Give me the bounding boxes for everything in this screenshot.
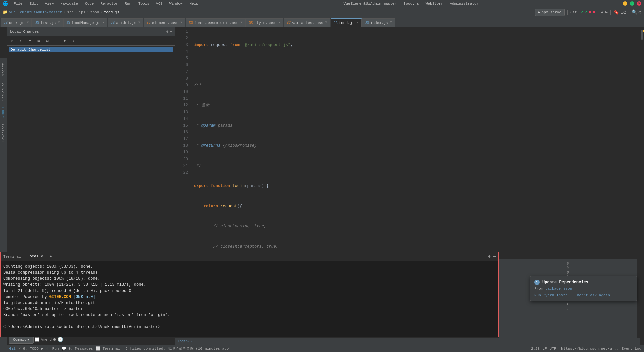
- expand-btn[interactable]: ⊞: [35, 37, 42, 45]
- terminal-content[interactable]: Counting objects: 100% (33/33), done. De…: [1, 261, 498, 337]
- commit-settings-icon[interactable]: ⚙: [53, 337, 56, 342]
- star-icon[interactable]: ★: [566, 302, 570, 306]
- tab-list-js[interactable]: JS list.js ×: [32, 18, 63, 27]
- menu-code[interactable]: Code: [84, 2, 95, 6]
- terminal-tab-local[interactable]: Local ×: [24, 253, 45, 260]
- add-btn[interactable]: +: [26, 37, 34, 45]
- event-log[interactable]: Event Log: [622, 347, 641, 351]
- code-line-8: export function login(params) {: [194, 184, 269, 188]
- dont-ask-btn[interactable]: Don't ask again: [577, 293, 610, 297]
- menu-window[interactable]: Window: [168, 2, 184, 6]
- amend-checkbox[interactable]: [35, 337, 39, 342]
- tab-close-fa[interactable]: ×: [240, 21, 243, 25]
- git-checkmark-icon[interactable]: ✓: [580, 9, 583, 15]
- search-icon[interactable]: 🔍: [632, 9, 637, 15]
- menu-file[interactable]: File: [12, 2, 24, 6]
- line-num-5: 5: [176, 55, 188, 62]
- tab-user-js[interactable]: JS user.js ×: [1, 18, 32, 27]
- tab-close-foodmanage[interactable]: ×: [102, 21, 104, 25]
- charset[interactable]: UTF-: [550, 347, 558, 351]
- git-x2-icon[interactable]: ■: [592, 10, 595, 15]
- sidebar-item-structure[interactable]: Structure: [1, 81, 6, 103]
- package-json-link[interactable]: package.json: [545, 287, 572, 291]
- tab-close-index[interactable]: ×: [390, 21, 392, 25]
- minimize-panel-icon[interactable]: —: [170, 29, 172, 34]
- group-by-btn[interactable]: ⬚: [52, 37, 60, 45]
- terminal-status[interactable]: ⬜ Terminal: [96, 346, 120, 351]
- js-icon: JS: [66, 21, 70, 25]
- run-status[interactable]: ▶ 4: Run: [41, 346, 59, 351]
- npm-serve-btn[interactable]: ▶ npm serve: [535, 9, 565, 16]
- changelist-header[interactable]: Default Changelist: [9, 47, 173, 52]
- tab-apiurl-js[interactable]: JS apiUrl.js ×: [108, 18, 143, 27]
- tab-foodmanage-js[interactable]: JS foodManage.js ×: [63, 18, 108, 27]
- cursor-position[interactable]: 2:28: [531, 347, 540, 351]
- settings-icon[interactable]: ⚙: [166, 29, 169, 34]
- terminal-line-6: remote: Powered by GITEE.COM [GNK-5.0]: [3, 294, 496, 300]
- tab-food-js[interactable]: JS food.js ×: [331, 18, 362, 27]
- undo-icon[interactable]: ↩: [601, 9, 603, 15]
- notif-header: i Update Dependencies: [534, 280, 633, 285]
- terminal-line-9: Branch 'master' set up to track remote b…: [3, 312, 496, 318]
- collapse-btn[interactable]: ⊟: [44, 37, 51, 45]
- line-num-4: 4: [176, 48, 188, 55]
- menu-vcs[interactable]: VCS: [155, 2, 164, 6]
- menu-run[interactable]: Run: [123, 2, 133, 6]
- yarn-install-btn[interactable]: Run 'yarn install': [534, 293, 574, 297]
- gitee-link[interactable]: GITEE.COM: [49, 295, 71, 299]
- project-root: VueElementUiAdmin-master: [9, 10, 62, 14]
- maximize-button[interactable]: □: [630, 1, 634, 6]
- menu-view[interactable]: View: [44, 2, 55, 6]
- sidebar-item-project[interactable]: Project: [1, 61, 6, 79]
- sidebar-item-commit[interactable]: Commit: [1, 104, 6, 120]
- commit-history-icon[interactable]: 🕐: [57, 337, 63, 342]
- editor-scrollbar[interactable]: [640, 27, 644, 345]
- tab-close-apiurl[interactable]: ×: [138, 21, 140, 25]
- close-button[interactable]: ✕: [637, 1, 641, 6]
- tab-close-style[interactable]: ×: [278, 21, 280, 25]
- minimize-button[interactable]: –: [623, 1, 627, 6]
- menu-tools[interactable]: Tools: [137, 2, 151, 6]
- git-x-icon[interactable]: ■: [589, 10, 591, 15]
- tab-close-list[interactable]: ×: [58, 21, 60, 25]
- tab-style-scss[interactable]: SC style.scss ×: [246, 18, 283, 27]
- todo-status[interactable]: ⚡ 6: TODO: [18, 346, 38, 351]
- git-check2-icon[interactable]: ✓: [585, 9, 587, 15]
- terminal-add-tab[interactable]: +: [47, 253, 55, 260]
- titlebar: 🌐 File Edit View Navigate Code Refactor …: [0, 0, 644, 7]
- refresh-btn[interactable]: ↺: [9, 37, 16, 45]
- code-line-11: // closeInterceptors: true,: [194, 244, 278, 249]
- tab-index-js[interactable]: JS index.js ×: [362, 18, 395, 27]
- menu-refactor[interactable]: Refactor: [99, 2, 119, 6]
- tab-close-user[interactable]: ×: [26, 21, 29, 25]
- menu-edit[interactable]: Edit: [28, 2, 39, 6]
- redo-icon[interactable]: ↪: [605, 9, 607, 15]
- commit-dropdown-icon[interactable]: ▼: [27, 338, 30, 342]
- messages-status[interactable]: 💬 0: Messages: [62, 346, 93, 351]
- line-num-19: 19: [176, 149, 188, 156]
- tab-close-variables[interactable]: ×: [325, 21, 327, 25]
- window-title: VueElementUiAdmin-master – food.js – Web…: [200, 2, 623, 6]
- tab-variables-scss[interactable]: SC variables.scss ×: [284, 18, 330, 27]
- bookmark-icon[interactable]: 🔖: [613, 9, 619, 15]
- menu-navigate[interactable]: Navigate: [59, 2, 79, 6]
- terminal-settings-icon[interactable]: ⚙: [488, 254, 491, 259]
- arrow-icon[interactable]: ↗: [566, 307, 570, 312]
- menu-help[interactable]: Help: [188, 2, 200, 6]
- tab-close-food[interactable]: ×: [357, 21, 359, 25]
- rollback-btn[interactable]: ↩: [17, 37, 25, 45]
- tab-fontawesome[interactable]: CS font-awesome.min.css ×: [186, 18, 246, 27]
- terminal-minimize-icon[interactable]: —: [493, 254, 496, 259]
- tab-element-scss[interactable]: SC element.scss ×: [144, 18, 185, 27]
- statusbar-left: ⎇ Git ⚡ 6: TODO ▶ 4: Run 💬 0: Messages ⬜…: [3, 346, 231, 351]
- line-num-14: 14: [176, 116, 188, 122]
- config-icon[interactable]: ⚙: [639, 9, 641, 15]
- sort-btn[interactable]: ↕: [70, 37, 77, 45]
- url-link[interactable]: https://blog.csdn.net/u...: [561, 347, 619, 351]
- sidebar-item-favorites[interactable]: Favorites: [1, 122, 6, 144]
- commit-info: 6 files committed: 实现了菜单查询 (10 minutes a…: [125, 346, 231, 351]
- filter-btn[interactable]: ▼: [61, 37, 68, 45]
- repo-icon[interactable]: ⎇: [621, 9, 626, 15]
- tab-close-element[interactable]: ×: [180, 21, 182, 25]
- line-ending[interactable]: LF: [542, 347, 547, 351]
